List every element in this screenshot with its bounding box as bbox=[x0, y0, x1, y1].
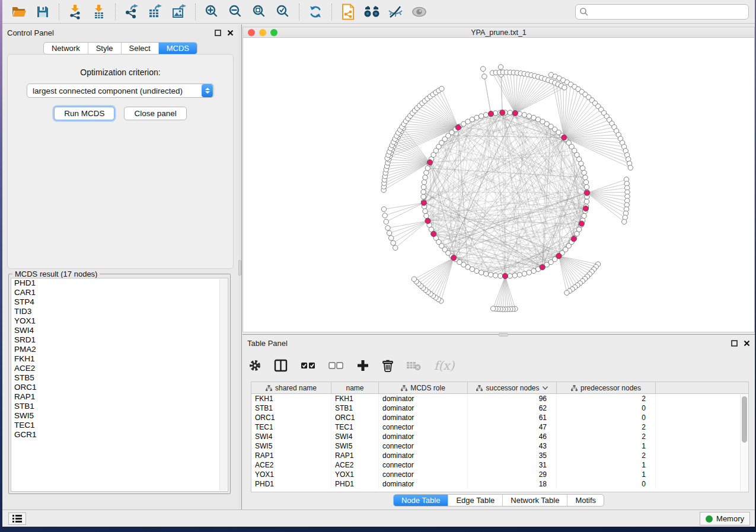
list-item[interactable]: YOX1 bbox=[11, 316, 228, 326]
table-cell[interactable]: 29 bbox=[468, 470, 557, 479]
table-cell[interactable]: 62 bbox=[468, 403, 557, 413]
list-item[interactable]: TEC1 bbox=[11, 421, 228, 430]
list-item[interactable]: GCR1 bbox=[11, 430, 228, 440]
new-network-from-selection-icon[interactable] bbox=[336, 2, 360, 21]
float-window-icon[interactable] bbox=[731, 340, 738, 347]
table-cell[interactable]: PHD1 bbox=[251, 479, 331, 489]
table-cell[interactable]: dominator bbox=[379, 451, 468, 460]
list-item[interactable]: TID3 bbox=[11, 307, 228, 316]
close-panel-icon[interactable] bbox=[227, 30, 234, 36]
table-cell[interactable]: dominator bbox=[379, 394, 468, 403]
table-cell[interactable]: dominator bbox=[379, 403, 468, 413]
table-cell[interactable]: 1 bbox=[557, 460, 656, 470]
table-row[interactable]: SWI5SWI5connector431 bbox=[251, 441, 748, 451]
network-window-titlebar[interactable]: YPA_prune.txt_1 bbox=[243, 27, 754, 38]
table-cell[interactable]: 43 bbox=[468, 441, 557, 451]
table-scrollbar-thumb[interactable] bbox=[742, 396, 747, 443]
table-cell[interactable]: dominator bbox=[379, 432, 468, 441]
table-cell[interactable]: SWI5 bbox=[331, 441, 379, 451]
list-item[interactable]: SWI5 bbox=[11, 411, 228, 421]
table-cell[interactable]: 18 bbox=[468, 479, 557, 489]
tab-node-table[interactable]: Node Table bbox=[394, 495, 448, 506]
table-cell[interactable]: SWI5 bbox=[251, 441, 331, 451]
table-row[interactable]: STB1STB1dominator620 bbox=[251, 403, 748, 413]
run-mcds-button[interactable]: Run MCDS bbox=[54, 107, 114, 120]
table-cell[interactable]: connector bbox=[379, 441, 468, 451]
table-cell[interactable]: connector bbox=[379, 422, 468, 432]
table-row[interactable]: FKH1FKH1dominator962 bbox=[251, 394, 748, 403]
table-cell[interactable]: RAP1 bbox=[331, 451, 379, 460]
table-cell[interactable]: connector bbox=[379, 460, 468, 470]
select-all-rows-icon[interactable] bbox=[301, 361, 316, 370]
table-cell[interactable]: SWI4 bbox=[331, 432, 379, 441]
zoom-out-icon[interactable] bbox=[224, 2, 247, 21]
mcds-list-scrollbar[interactable] bbox=[219, 279, 227, 491]
table-cell[interactable]: 1 bbox=[557, 470, 656, 479]
show-columns-icon[interactable] bbox=[274, 359, 288, 372]
memory-button[interactable]: Memory bbox=[700, 512, 750, 525]
table-row[interactable]: ACE2ACE2connector311 bbox=[251, 460, 748, 470]
import-network-icon[interactable] bbox=[63, 2, 87, 21]
table-row[interactable]: YOX1YOX1connector291 bbox=[251, 470, 748, 479]
delete-column-icon[interactable] bbox=[382, 359, 394, 372]
table-cell[interactable]: 46 bbox=[468, 432, 557, 441]
table-cell[interactable]: 0 bbox=[557, 479, 656, 489]
tab-edge-table[interactable]: Edge Table bbox=[448, 495, 502, 506]
list-item[interactable]: FKH1 bbox=[11, 354, 228, 364]
tab-select[interactable]: Select bbox=[121, 43, 158, 54]
show-panels-button[interactable] bbox=[8, 512, 26, 525]
column-header[interactable]: predecessor nodes bbox=[557, 382, 656, 393]
list-item[interactable]: SRD1 bbox=[11, 335, 228, 345]
table-cell[interactable]: 0 bbox=[557, 403, 656, 413]
table-cell[interactable]: ACE2 bbox=[251, 460, 331, 470]
list-item[interactable]: PHD1 bbox=[11, 278, 228, 288]
splitter-grip[interactable] bbox=[238, 260, 241, 275]
close-panel-button[interactable]: Close panel bbox=[124, 107, 186, 120]
table-cell[interactable]: 31 bbox=[468, 460, 557, 470]
table-cell[interactable]: 0 bbox=[557, 413, 656, 422]
tab-network[interactable]: Network bbox=[44, 43, 88, 54]
column-header[interactable]: successor nodes bbox=[468, 382, 557, 393]
table-cell[interactable]: YOX1 bbox=[251, 470, 331, 479]
zoom-fit-icon[interactable] bbox=[247, 2, 271, 21]
list-item[interactable]: ACE2 bbox=[11, 364, 228, 373]
table-cell[interactable]: 2 bbox=[557, 432, 656, 441]
table-cell[interactable]: FKH1 bbox=[251, 394, 331, 403]
list-item[interactable]: STP4 bbox=[11, 297, 228, 307]
export-table-icon[interactable] bbox=[143, 2, 167, 21]
table-cell[interactable]: 35 bbox=[468, 451, 557, 460]
network-canvas[interactable] bbox=[243, 38, 754, 332]
table-row[interactable]: PHD1PHD1dominator180 bbox=[251, 479, 748, 489]
open-session-icon[interactable] bbox=[7, 2, 31, 21]
table-cell[interactable]: SWI4 bbox=[251, 432, 331, 441]
zoom-in-icon[interactable] bbox=[200, 2, 224, 21]
table-cell[interactable]: ORC1 bbox=[331, 413, 379, 422]
tab-network-table[interactable]: Network Table bbox=[502, 495, 567, 506]
criterion-select[interactable]: largest connected component (undirected) bbox=[27, 84, 214, 98]
table-cell[interactable]: ORC1 bbox=[251, 413, 331, 422]
table-cell[interactable]: 2 bbox=[557, 394, 656, 403]
table-row[interactable]: RAP1RAP1dominator352 bbox=[251, 451, 748, 460]
table-cell[interactable]: dominator bbox=[379, 479, 468, 489]
tab-mcds[interactable]: MCDS bbox=[158, 43, 197, 54]
table-row[interactable]: ORC1ORC1dominator610 bbox=[251, 413, 748, 422]
mcds-result-list[interactable]: PHD1CAR1STP4TID3YOX1SWI4SRD1PMA2FKH1ACE2… bbox=[11, 278, 228, 492]
tab-style[interactable]: Style bbox=[88, 43, 121, 54]
zoom-selected-icon[interactable] bbox=[271, 2, 295, 21]
hide-selected-icon[interactable] bbox=[384, 2, 407, 21]
search-field[interactable] bbox=[575, 4, 749, 20]
table-cell[interactable]: 96 bbox=[468, 394, 557, 403]
table-cell[interactable]: YOX1 bbox=[331, 470, 379, 479]
table-cell[interactable]: RAP1 bbox=[251, 451, 331, 460]
import-table-icon[interactable] bbox=[87, 2, 111, 21]
table-cell[interactable]: FKH1 bbox=[331, 394, 379, 403]
column-header[interactable]: shared name bbox=[251, 382, 331, 393]
list-item[interactable]: STB1 bbox=[11, 402, 228, 411]
horizontal-splitter-grip[interactable] bbox=[499, 333, 508, 336]
table-cell[interactable]: ACE2 bbox=[331, 460, 379, 470]
table-cell[interactable]: PHD1 bbox=[331, 479, 379, 489]
close-panel-icon[interactable] bbox=[744, 340, 750, 347]
table-row[interactable]: SWI4SWI4dominator462 bbox=[251, 432, 748, 441]
table-scrollbar[interactable] bbox=[740, 395, 748, 491]
table-cell[interactable]: 1 bbox=[557, 441, 656, 451]
